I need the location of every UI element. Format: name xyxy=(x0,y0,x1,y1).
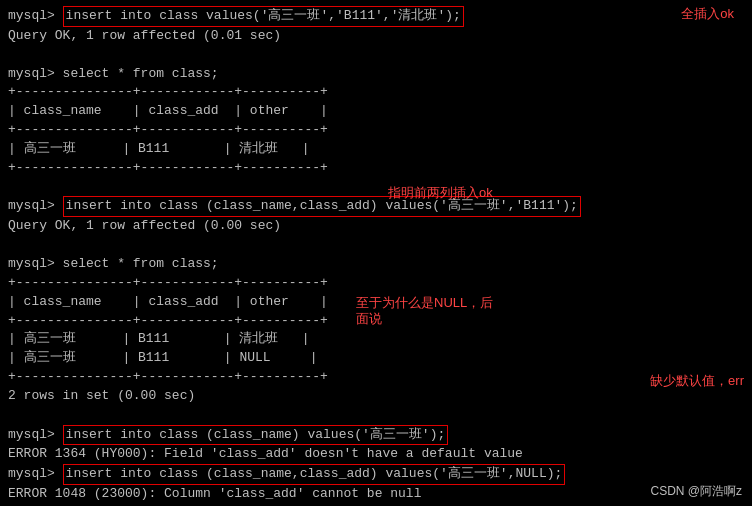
table-sep-1: +---------------+------------+----------… xyxy=(8,83,744,102)
blank-4 xyxy=(8,406,744,425)
annotation-no-default: 缺少默认值，err xyxy=(650,372,744,391)
line-1: mysql> insert into class values('高三一班','… xyxy=(8,6,744,27)
annotation-two-cols: 指明前两列插入ok xyxy=(388,184,493,203)
line-ok2: Query OK, 1 row affected (0.00 sec) xyxy=(8,217,744,236)
prompt-4: mysql> xyxy=(8,465,63,484)
blank-1 xyxy=(8,46,744,65)
table-row-1: | 高三一班 | B111 | 清北班 | xyxy=(8,140,744,159)
cmd-2: insert into class (class_name,class_add)… xyxy=(63,196,581,217)
table-sep-6: +---------------+------------+----------… xyxy=(8,368,744,387)
line-cmd4: mysql> insert into class (class_name,cla… xyxy=(8,464,744,485)
line-select-2: mysql> select * from class; xyxy=(8,255,744,274)
line-cmd2: mysql> insert into class (class_name,cla… xyxy=(8,196,744,217)
cmd-3: insert into class (class_name) values('高… xyxy=(63,425,449,446)
table-sep-2: +---------------+------------+----------… xyxy=(8,121,744,140)
error-2: ERROR 1048 (23000): Column 'class_add' c… xyxy=(8,485,744,504)
prompt-3: mysql> xyxy=(8,426,63,445)
text-rows: 2 rows in set (0.00 sec) xyxy=(8,387,195,406)
cmd-4: insert into class (class_name,class_add)… xyxy=(63,464,566,485)
annotation-all-ok: 全插入ok xyxy=(681,5,734,24)
text-ok2: Query OK, 1 row affected (0.00 sec) xyxy=(8,217,281,236)
blank-3 xyxy=(8,236,744,255)
prompt-1: mysql> xyxy=(8,7,63,26)
terminal: mysql> insert into class values('高三一班','… xyxy=(0,0,752,506)
blank-2 xyxy=(8,178,744,197)
table-sep-3: +---------------+------------+----------… xyxy=(8,159,744,178)
cmd-1: insert into class values('高三一班','B111','… xyxy=(63,6,464,27)
prompt-2: mysql> xyxy=(8,197,63,216)
line-cmd3: mysql> insert into class (class_name) va… xyxy=(8,425,744,446)
table-sep-4: +---------------+------------+----------… xyxy=(8,274,744,293)
error-1: ERROR 1364 (HY000): Field 'class_add' do… xyxy=(8,445,744,464)
text-2: Query OK, 1 row affected (0.01 sec) xyxy=(8,27,281,46)
table-row-2: | 高三一班 | B111 | 清北班 | xyxy=(8,330,744,349)
line-select-1: mysql> select * from class; xyxy=(8,65,744,84)
table-row-3: | 高三一班 | B111 | NULL | xyxy=(8,349,744,368)
line-rows: 2 rows in set (0.00 sec) xyxy=(8,387,744,406)
annotation-null-reason-2: 面说 xyxy=(356,310,382,329)
text-select-2: mysql> select * from class; xyxy=(8,255,219,274)
line-2: Query OK, 1 row affected (0.01 sec) xyxy=(8,27,744,46)
csdn-watermark: CSDN @阿浩啊z xyxy=(650,483,742,500)
table-header-1: | class_name | class_add | other | xyxy=(8,102,744,121)
text-select-1: mysql> select * from class; xyxy=(8,65,219,84)
